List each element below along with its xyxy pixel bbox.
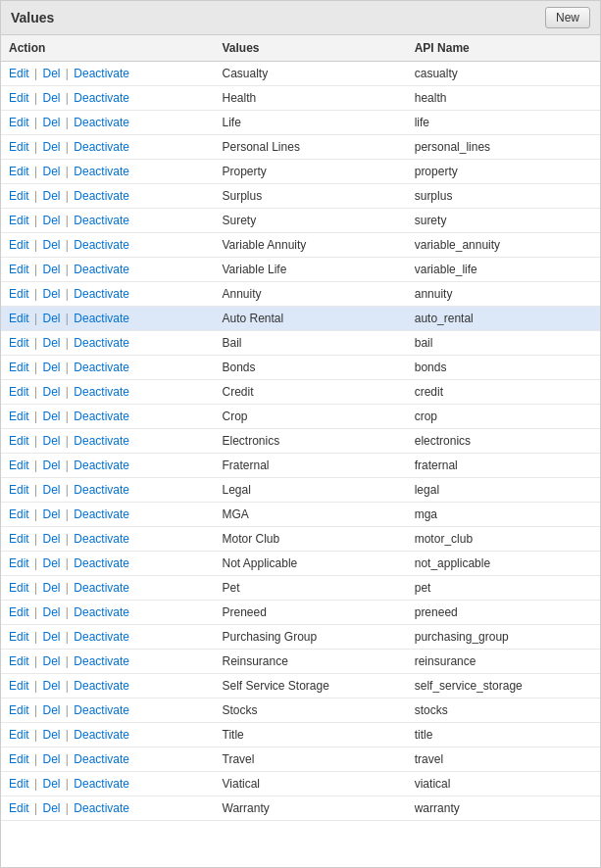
new-button[interactable]: New	[545, 7, 590, 28]
deactivate-link[interactable]: Deactivate	[74, 434, 129, 448]
edit-link[interactable]: Edit	[9, 410, 29, 423]
edit-link[interactable]: Edit	[9, 214, 29, 227]
del-link[interactable]: Del	[42, 483, 60, 497]
deactivate-link[interactable]: Deactivate	[74, 581, 129, 595]
del-link[interactable]: Del	[42, 361, 60, 374]
deactivate-link[interactable]: Deactivate	[74, 336, 129, 350]
deactivate-link[interactable]: Deactivate	[74, 801, 129, 815]
edit-link[interactable]: Edit	[9, 507, 29, 521]
edit-link[interactable]: Edit	[9, 703, 29, 717]
del-link[interactable]: Del	[42, 67, 60, 80]
edit-link[interactable]: Edit	[9, 238, 29, 252]
del-link[interactable]: Del	[42, 777, 60, 791]
deactivate-link[interactable]: Deactivate	[74, 287, 129, 301]
deactivate-link[interactable]: Deactivate	[74, 458, 129, 472]
deactivate-link[interactable]: Deactivate	[74, 116, 129, 129]
del-link[interactable]: Del	[42, 238, 60, 252]
del-link[interactable]: Del	[42, 116, 60, 129]
deactivate-link[interactable]: Deactivate	[74, 67, 129, 80]
deactivate-link[interactable]: Deactivate	[74, 483, 129, 497]
del-link[interactable]: Del	[42, 410, 60, 423]
del-link[interactable]: Del	[42, 287, 60, 301]
del-link[interactable]: Del	[42, 91, 60, 105]
deactivate-link[interactable]: Deactivate	[74, 728, 129, 742]
del-link[interactable]: Del	[42, 385, 60, 399]
del-link[interactable]: Del	[42, 752, 60, 766]
del-link[interactable]: Del	[42, 605, 60, 619]
deactivate-link[interactable]: Deactivate	[74, 410, 129, 423]
del-link[interactable]: Del	[42, 458, 60, 472]
del-link[interactable]: Del	[42, 165, 60, 178]
edit-link[interactable]: Edit	[9, 67, 29, 80]
edit-link[interactable]: Edit	[9, 458, 29, 472]
edit-link[interactable]: Edit	[9, 532, 29, 546]
del-link[interactable]: Del	[42, 507, 60, 521]
edit-link[interactable]: Edit	[9, 801, 29, 815]
edit-link[interactable]: Edit	[9, 189, 29, 203]
api-name-cell: surplus	[407, 184, 600, 209]
deactivate-link[interactable]: Deactivate	[74, 263, 129, 276]
deactivate-link[interactable]: Deactivate	[74, 385, 129, 399]
deactivate-link[interactable]: Deactivate	[74, 507, 129, 521]
edit-link[interactable]: Edit	[9, 361, 29, 374]
deactivate-link[interactable]: Deactivate	[74, 605, 129, 619]
edit-link[interactable]: Edit	[9, 581, 29, 595]
deactivate-link[interactable]: Deactivate	[74, 361, 129, 374]
deactivate-link[interactable]: Deactivate	[74, 91, 129, 105]
deactivate-link[interactable]: Deactivate	[74, 679, 129, 693]
edit-link[interactable]: Edit	[9, 287, 29, 301]
edit-link[interactable]: Edit	[9, 263, 29, 276]
api-name-cell: stocks	[407, 699, 600, 723]
del-link[interactable]: Del	[42, 581, 60, 595]
deactivate-link[interactable]: Deactivate	[74, 165, 129, 178]
edit-link[interactable]: Edit	[9, 679, 29, 693]
edit-link[interactable]: Edit	[9, 654, 29, 668]
deactivate-link[interactable]: Deactivate	[74, 777, 129, 791]
del-link[interactable]: Del	[42, 654, 60, 668]
deactivate-link[interactable]: Deactivate	[74, 630, 129, 644]
edit-link[interactable]: Edit	[9, 605, 29, 619]
edit-link[interactable]: Edit	[9, 165, 29, 178]
edit-link[interactable]: Edit	[9, 728, 29, 742]
del-link[interactable]: Del	[42, 214, 60, 227]
table-row: Edit | Del | DeactivateFraternalfraterna…	[1, 454, 600, 478]
edit-link[interactable]: Edit	[9, 777, 29, 791]
del-link[interactable]: Del	[42, 556, 60, 570]
deactivate-link[interactable]: Deactivate	[74, 532, 129, 546]
deactivate-link[interactable]: Deactivate	[74, 752, 129, 766]
del-link[interactable]: Del	[42, 801, 60, 815]
deactivate-link[interactable]: Deactivate	[74, 312, 129, 325]
del-link[interactable]: Del	[42, 532, 60, 546]
del-link[interactable]: Del	[42, 336, 60, 350]
deactivate-link[interactable]: Deactivate	[74, 238, 129, 252]
edit-link[interactable]: Edit	[9, 140, 29, 154]
edit-link[interactable]: Edit	[9, 434, 29, 448]
deactivate-link[interactable]: Deactivate	[74, 189, 129, 203]
edit-link[interactable]: Edit	[9, 556, 29, 570]
deactivate-link[interactable]: Deactivate	[74, 654, 129, 668]
deactivate-link[interactable]: Deactivate	[74, 214, 129, 227]
edit-link[interactable]: Edit	[9, 483, 29, 497]
del-link[interactable]: Del	[42, 189, 60, 203]
edit-link[interactable]: Edit	[9, 116, 29, 129]
api-name-cell: variable_life	[407, 258, 600, 282]
edit-link[interactable]: Edit	[9, 752, 29, 766]
edit-link[interactable]: Edit	[9, 630, 29, 644]
del-link[interactable]: Del	[42, 703, 60, 717]
edit-link[interactable]: Edit	[9, 91, 29, 105]
deactivate-link[interactable]: Deactivate	[74, 703, 129, 717]
edit-link[interactable]: Edit	[9, 336, 29, 350]
edit-link[interactable]: Edit	[9, 385, 29, 399]
deactivate-link[interactable]: Deactivate	[74, 140, 129, 154]
separator: |	[31, 777, 41, 791]
del-link[interactable]: Del	[42, 434, 60, 448]
del-link[interactable]: Del	[42, 630, 60, 644]
del-link[interactable]: Del	[42, 728, 60, 742]
deactivate-link[interactable]: Deactivate	[74, 556, 129, 570]
del-link[interactable]: Del	[42, 140, 60, 154]
del-link[interactable]: Del	[42, 312, 60, 325]
del-link[interactable]: Del	[42, 263, 60, 276]
table-row: Edit | Del | DeactivateTraveltravel	[1, 747, 600, 772]
del-link[interactable]: Del	[42, 679, 60, 693]
edit-link[interactable]: Edit	[9, 312, 29, 325]
